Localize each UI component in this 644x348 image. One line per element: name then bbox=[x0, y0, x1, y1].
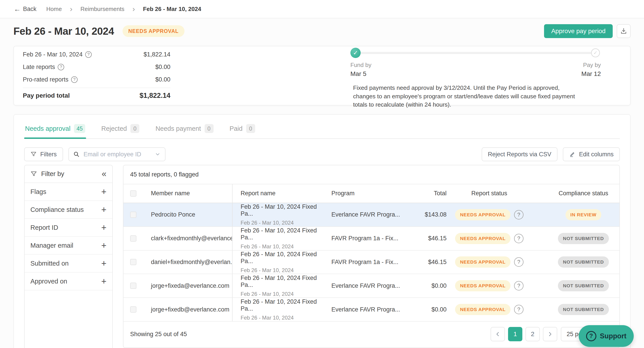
funnel-icon bbox=[30, 171, 37, 177]
search-combobox[interactable] bbox=[68, 147, 166, 161]
report-total: $46.15 bbox=[421, 259, 454, 266]
help-icon[interactable]: ? bbox=[514, 210, 524, 220]
plus-icon: + bbox=[101, 205, 106, 215]
pay-period-summary-card: Feb 26 - Mar 10, 2024 ? $1,822.14 Late r… bbox=[14, 46, 630, 105]
report-total: $46.15 bbox=[421, 235, 454, 242]
table-row[interactable]: clark+fixedmonthly@everlance... Feb 26 -… bbox=[124, 227, 620, 251]
row-checkbox[interactable] bbox=[130, 283, 136, 289]
chevron-right-icon: › bbox=[70, 6, 72, 12]
next-page-button[interactable] bbox=[543, 327, 557, 341]
filters-button[interactable]: Filters bbox=[24, 147, 63, 161]
report-name: Feb 26 - Mar 10, 2024 Fixed Pa... bbox=[240, 203, 323, 217]
table-row[interactable]: jorge+fixedb@everlance.com Feb 26 - Mar … bbox=[124, 298, 620, 321]
tab-needs-payment[interactable]: Needs payment 0 bbox=[154, 124, 214, 138]
collapse-panel-icon[interactable]: « bbox=[102, 170, 106, 177]
filter-item-submitted-on[interactable]: Submitted on + bbox=[24, 255, 112, 273]
summary-row-late: Late reports ? $0.00 bbox=[23, 61, 170, 73]
tab-label: Needs approval bbox=[25, 125, 70, 132]
help-icon[interactable]: ? bbox=[514, 281, 524, 290]
status-badge: NEEDS APPROVAL bbox=[122, 25, 184, 37]
tab-paid[interactable]: Paid 0 bbox=[229, 124, 256, 138]
report-name: Feb 26 - Mar 10, 2024 Fixed Pa... bbox=[240, 275, 323, 288]
program-name: FAVR Program 1a - Fix... bbox=[323, 259, 421, 266]
page-2-button[interactable]: 2 bbox=[526, 327, 540, 341]
chevron-left-icon bbox=[495, 331, 501, 337]
table-footer: Showing 25 out of 45 1 2 25 per page bbox=[124, 321, 620, 347]
edit-columns-button[interactable]: Edit columns bbox=[563, 147, 620, 161]
breadcrumb-reimbursements[interactable]: Reimbursements bbox=[80, 6, 124, 13]
fund-step-check-icon: ✓ bbox=[350, 48, 361, 58]
summary-period-label: Feb 26 - Mar 10, 2024 bbox=[23, 51, 82, 58]
summary-row-prorated: Pro-rated reports ? $0.00 bbox=[23, 73, 170, 86]
column-compliance-status: Compliance status bbox=[524, 190, 620, 197]
help-icon[interactable]: ? bbox=[514, 257, 524, 267]
filter-item-flags[interactable]: Flags + bbox=[24, 183, 112, 201]
total-value: $1,822.14 bbox=[140, 92, 170, 100]
page-1-button[interactable]: 1 bbox=[508, 327, 522, 341]
select-all-checkbox[interactable] bbox=[130, 190, 136, 197]
member-name: Pedrocito Ponce bbox=[143, 203, 232, 226]
report-date: Feb 26 - Mar 10, 2024 bbox=[240, 291, 323, 297]
support-button[interactable]: ? Support bbox=[579, 325, 634, 347]
table-header-row: Member name Report name Program Total Re… bbox=[124, 184, 620, 203]
timeline-track: ✓ ✓ bbox=[350, 48, 601, 58]
compliance-status-badge: NOT SUBMITTED bbox=[558, 256, 609, 268]
row-checkbox[interactable] bbox=[130, 259, 136, 265]
page-header: Feb 26 - Mar 10, 2024 NEEDS APPROVAL App… bbox=[14, 24, 630, 39]
showing-count: Showing 25 out of 45 bbox=[130, 331, 187, 338]
row-checkbox[interactable] bbox=[130, 212, 136, 218]
table-row[interactable]: Pedrocito Ponce Feb 26 - Mar 10, 2024 Fi… bbox=[124, 203, 620, 227]
funnel-icon bbox=[30, 151, 37, 157]
table-row[interactable]: jorge+fixeda@everlance.com Feb 26 - Mar … bbox=[124, 274, 620, 298]
row-checkbox[interactable] bbox=[130, 235, 136, 242]
filter-item-label: Submitted on bbox=[30, 260, 69, 267]
help-icon[interactable]: ? bbox=[85, 51, 92, 58]
chevron-down-icon[interactable] bbox=[155, 151, 160, 157]
pay-step-check-icon: ✓ bbox=[591, 48, 600, 57]
page-title: Feb 26 - Mar 10, 2024 bbox=[14, 25, 114, 37]
report-status-badge: NEEDS APPROVAL bbox=[455, 256, 510, 268]
filter-item-compliance-status[interactable]: Compliance status + bbox=[24, 201, 112, 219]
search-input[interactable] bbox=[83, 151, 151, 158]
prev-page-button[interactable] bbox=[490, 327, 505, 341]
filter-panel: Filter by « Flags + Compliance status + … bbox=[24, 165, 113, 348]
pay-by-label: Pay by bbox=[582, 62, 601, 69]
filter-item-label: Flags bbox=[30, 188, 46, 196]
filter-item-label: Approved on bbox=[30, 278, 67, 285]
filter-item-approved-on[interactable]: Approved on + bbox=[24, 273, 112, 290]
row-checkbox[interactable] bbox=[130, 306, 136, 313]
column-report-name: Report name bbox=[232, 190, 323, 197]
tab-count-badge: 0 bbox=[246, 124, 255, 133]
help-icon[interactable]: ? bbox=[58, 64, 64, 70]
help-icon[interactable]: ? bbox=[514, 305, 524, 314]
reject-reports-csv-button[interactable]: Reject Reports via CSV bbox=[482, 147, 558, 161]
plus-icon: + bbox=[101, 223, 106, 233]
member-name: jorge+fixedb@everlance.com bbox=[143, 298, 232, 321]
tab-label: Needs payment bbox=[156, 125, 201, 132]
compliance-status-badge: NOT SUBMITTED bbox=[558, 233, 609, 244]
fund-by-date: Mar 5 bbox=[350, 70, 372, 77]
prorated-reports-label: Pro-rated reports bbox=[23, 76, 68, 83]
back-link[interactable]: ← Back bbox=[14, 6, 36, 13]
compliance-status-badge: IN REVIEW bbox=[566, 209, 602, 220]
help-icon[interactable]: ? bbox=[514, 234, 524, 243]
fund-by-step: Fund by Mar 5 bbox=[350, 62, 372, 77]
approve-pay-period-button[interactable]: Approve pay period bbox=[544, 24, 613, 38]
report-status-badge: NEEDS APPROVAL bbox=[455, 304, 510, 315]
plus-icon: + bbox=[101, 241, 106, 251]
report-total: $0.00 bbox=[421, 306, 454, 313]
tab-rejected[interactable]: Rejected 0 bbox=[100, 124, 140, 138]
plus-icon: + bbox=[101, 276, 106, 286]
reports-card: Needs approval 45 Rejected 0 Needs payme… bbox=[14, 114, 630, 348]
tab-count-badge: 45 bbox=[74, 124, 85, 133]
breadcrumb-home[interactable]: Home bbox=[46, 6, 62, 13]
report-date: Feb 26 - Mar 10, 2024 bbox=[240, 220, 323, 226]
download-button[interactable] bbox=[617, 24, 630, 38]
filter-item-manager-email[interactable]: Manager email + bbox=[24, 237, 112, 255]
filter-item-label: Report ID bbox=[30, 224, 58, 231]
filter-item-report-id[interactable]: Report ID + bbox=[24, 219, 112, 237]
help-icon[interactable]: ? bbox=[71, 76, 78, 83]
table-row[interactable]: daniel+fixedmonthly@everlan... Feb 26 - … bbox=[124, 251, 620, 274]
plus-icon: + bbox=[101, 187, 106, 197]
tab-needs-approval[interactable]: Needs approval 45 bbox=[24, 124, 86, 138]
